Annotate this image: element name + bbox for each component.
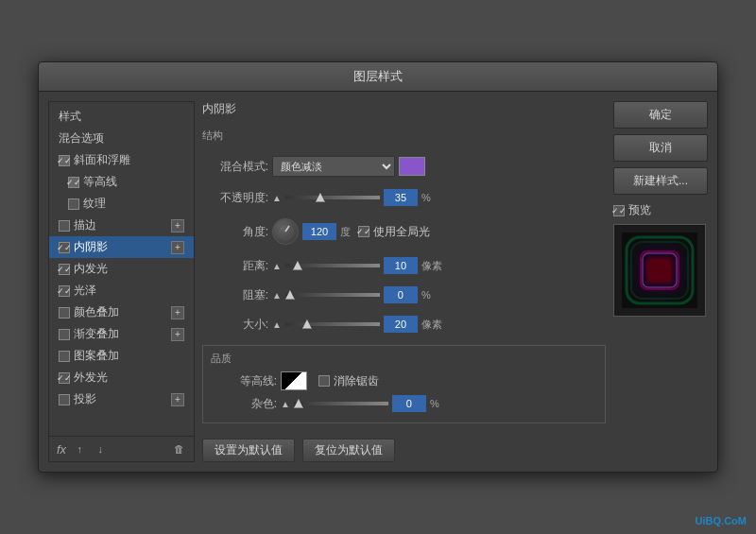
gradient-overlay-checkbox[interactable] bbox=[59, 329, 70, 340]
noise-slider[interactable] bbox=[294, 402, 388, 405]
quality-label: 品质 bbox=[211, 352, 597, 366]
angle-label: 角度: bbox=[202, 224, 268, 240]
fx-icon: fx bbox=[57, 442, 66, 456]
sidebar-item-inner-shadow[interactable]: ✓ 内阴影 + bbox=[49, 236, 194, 258]
choke-row: 阻塞: ▲ % bbox=[202, 286, 606, 303]
blending-label: 混合选项 bbox=[59, 130, 104, 146]
preview-box bbox=[613, 224, 706, 317]
distance-arrow: ▲ bbox=[272, 261, 282, 271]
right-panel: 确定 取消 新建样式... ✓ 预览 bbox=[613, 101, 708, 462]
blend-mode-select[interactable]: 颜色减淡 正常 溶解 bbox=[272, 156, 395, 177]
opacity-row: 不透明度: ▲ % bbox=[202, 189, 606, 206]
set-default-button[interactable]: 设置为默认值 bbox=[202, 439, 295, 462]
stroke-add-btn[interactable]: + bbox=[171, 219, 184, 233]
distance-slider[interactable] bbox=[285, 264, 380, 267]
noise-slider-container: ▲ bbox=[281, 399, 388, 409]
preview-checkbox[interactable]: ✓ bbox=[613, 205, 625, 216]
size-thumb[interactable] bbox=[302, 319, 312, 329]
pattern-overlay-checkbox[interactable] bbox=[59, 351, 70, 362]
distance-input[interactable] bbox=[384, 257, 418, 274]
quality-section: 品质 等高线: 消除锯齿 杂色: ▲ bbox=[202, 345, 606, 423]
move-down-button[interactable]: ↓ bbox=[93, 441, 108, 456]
anti-alias-row: 消除锯齿 bbox=[318, 373, 379, 389]
global-light-checkbox[interactable]: ✓ bbox=[358, 226, 369, 237]
contour-label: 等高线: bbox=[211, 373, 277, 389]
choke-thumb[interactable] bbox=[285, 290, 295, 300]
choke-label: 阻塞: bbox=[202, 287, 268, 303]
preview-text: 预览 bbox=[628, 202, 651, 218]
drop-shadow-add-btn[interactable]: + bbox=[171, 393, 184, 406]
distance-row: 距离: ▲ 像素 bbox=[202, 257, 606, 274]
sidebar-item-color-overlay[interactable]: 颜色叠加 + bbox=[49, 301, 194, 323]
inner-glow-checkbox[interactable]: ✓ bbox=[59, 264, 70, 275]
blend-color-swatch[interactable] bbox=[399, 157, 425, 176]
sidebar-item-styles[interactable]: 样式 bbox=[49, 106, 194, 128]
sidebar-item-blending[interactable]: 混合选项 bbox=[49, 128, 194, 149]
sidebar-item-texture[interactable]: 纹理 bbox=[49, 193, 194, 215]
sidebar-item-drop-shadow[interactable]: 投影 + bbox=[49, 388, 194, 410]
sidebar-item-inner-glow[interactable]: ✓ 内发光 bbox=[49, 258, 194, 280]
center-panel: 内阴影 结构 混合模式: 颜色减淡 正常 溶解 不透明度: ▲ bbox=[202, 101, 606, 462]
anti-alias-checkbox[interactable] bbox=[318, 375, 330, 387]
color-overlay-add-btn[interactable]: + bbox=[171, 306, 184, 319]
outer-glow-checkbox[interactable]: ✓ bbox=[59, 372, 70, 384]
left-panel: 样式 混合选项 ✓ 斜面和浮雕 ✓ 等高线 纹理 bbox=[48, 101, 195, 462]
sidebar-item-stroke[interactable]: 描边 + bbox=[49, 215, 194, 236]
color-overlay-checkbox[interactable] bbox=[59, 307, 70, 319]
opacity-input[interactable] bbox=[384, 189, 418, 206]
contour-label: 等高线 bbox=[83, 174, 117, 190]
sidebar-item-satin[interactable]: ✓ 光泽 bbox=[49, 280, 194, 301]
satin-checkbox[interactable]: ✓ bbox=[59, 285, 70, 297]
noise-thumb[interactable] bbox=[294, 399, 303, 408]
inner-shadow-add-btn[interactable]: + bbox=[171, 241, 184, 254]
angle-input[interactable] bbox=[302, 223, 336, 240]
watermark: UiBQ.CoM bbox=[696, 515, 747, 526]
reset-default-button[interactable]: 复位为默认值 bbox=[302, 439, 395, 462]
sidebar-item-outer-glow[interactable]: ✓ 外发光 bbox=[49, 367, 194, 388]
svg-line-1 bbox=[285, 226, 289, 232]
blend-mode-label: 混合模式: bbox=[202, 159, 268, 175]
sidebar-item-contour[interactable]: ✓ 等高线 bbox=[49, 171, 194, 193]
size-input[interactable] bbox=[384, 316, 418, 333]
size-label: 大小: bbox=[202, 317, 268, 333]
drop-shadow-checkbox[interactable] bbox=[59, 394, 70, 405]
distance-thumb[interactable] bbox=[293, 261, 302, 270]
color-overlay-label: 颜色叠加 bbox=[74, 304, 119, 320]
bevel-checkbox[interactable]: ✓ bbox=[59, 155, 70, 166]
contour-row: 等高线: 消除锯齿 bbox=[211, 371, 597, 390]
layer-effects-list: 样式 混合选项 ✓ 斜面和浮雕 ✓ 等高线 纹理 bbox=[49, 102, 194, 436]
noise-label: 杂色: bbox=[211, 396, 277, 412]
noise-input[interactable] bbox=[392, 395, 426, 412]
angle-unit: 度 bbox=[340, 225, 351, 239]
stroke-checkbox[interactable] bbox=[59, 220, 70, 232]
distance-label: 距离: bbox=[202, 258, 268, 274]
opacity-slider-thumb[interactable] bbox=[316, 193, 325, 202]
choke-arrow: ▲ bbox=[272, 290, 282, 301]
angle-dial[interactable] bbox=[272, 218, 299, 245]
inner-shadow-label: 内阴影 bbox=[74, 239, 108, 255]
size-slider[interactable] bbox=[285, 322, 380, 326]
noise-unit: % bbox=[430, 398, 439, 409]
choke-input[interactable] bbox=[384, 286, 418, 303]
cancel-button[interactable]: 取消 bbox=[613, 134, 708, 162]
sidebar-item-pattern-overlay[interactable]: 图案叠加 bbox=[49, 345, 194, 367]
move-up-button[interactable]: ↑ bbox=[72, 441, 87, 456]
inner-shadow-checkbox[interactable]: ✓ bbox=[59, 242, 70, 253]
preview-label-row: ✓ 预览 bbox=[613, 202, 708, 218]
texture-checkbox[interactable] bbox=[68, 198, 79, 210]
ok-button[interactable]: 确定 bbox=[613, 101, 708, 129]
new-style-button[interactable]: 新建样式... bbox=[613, 167, 708, 195]
svg-rect-8 bbox=[648, 259, 671, 282]
contour-checkbox[interactable]: ✓ bbox=[68, 177, 79, 188]
gradient-overlay-add-btn[interactable]: + bbox=[171, 328, 184, 341]
sidebar-item-bevel[interactable]: ✓ 斜面和浮雕 bbox=[49, 149, 194, 171]
preview-image bbox=[622, 233, 697, 308]
delete-button[interactable]: 🗑 bbox=[171, 441, 186, 456]
contour-thumbnail[interactable] bbox=[281, 371, 307, 390]
distance-slider-container: ▲ bbox=[272, 261, 380, 271]
sidebar-item-gradient-overlay[interactable]: 渐变叠加 + bbox=[49, 323, 194, 345]
drop-shadow-label: 投影 bbox=[74, 391, 96, 407]
opacity-slider-track[interactable] bbox=[285, 196, 380, 199]
texture-label: 纹理 bbox=[83, 196, 106, 212]
choke-slider[interactable] bbox=[285, 293, 380, 297]
